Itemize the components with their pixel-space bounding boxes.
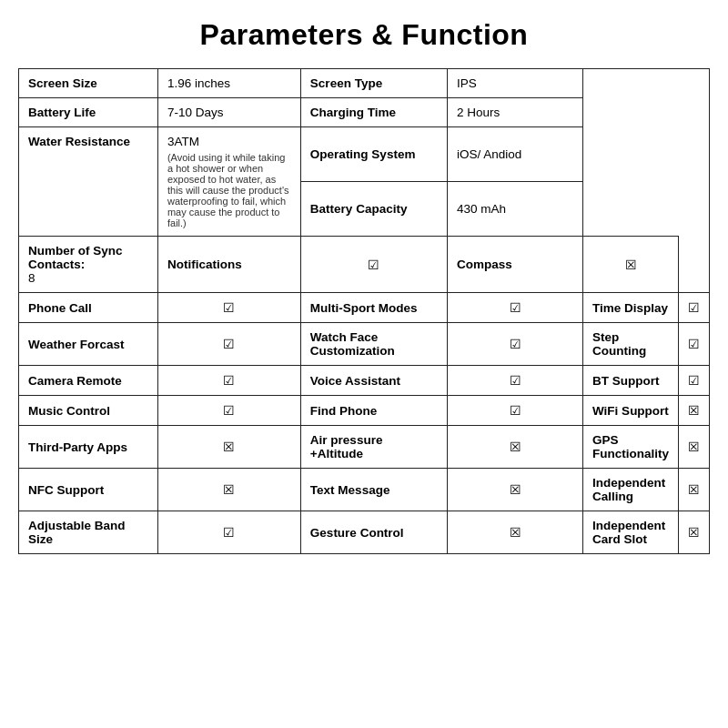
- battery-capacity-value: 430 mAh: [448, 182, 583, 237]
- watch-face-check: ☑: [448, 323, 583, 366]
- wifi-support-check: ☒: [679, 396, 710, 426]
- find-phone-label: Find Phone: [300, 396, 447, 426]
- operating-system-value: iOS/ Andiod: [448, 127, 583, 182]
- watch-face-label: Watch Face Customization: [300, 323, 447, 366]
- wifi-support-label: WiFi Support: [583, 396, 679, 426]
- text-message-check: ☒: [448, 469, 583, 511]
- text-message-label: Text Message: [300, 469, 447, 511]
- weather-check: ☑: [157, 323, 300, 366]
- bt-support-label: BT Support: [583, 366, 679, 396]
- battery-life-label: Battery Life: [19, 98, 158, 127]
- air-pressure-check: ☒: [448, 426, 583, 469]
- compass-check: ☒: [583, 237, 679, 293]
- screen-size-label: Screen Size: [19, 69, 158, 98]
- voice-assistant-label: Voice Assistant: [300, 366, 447, 396]
- water-resistance-value: 3ATM (Avoid using it while taking a hot …: [157, 127, 300, 237]
- page-title: Parameters & Function: [18, 18, 710, 52]
- air-pressure-label: Air pressure +Altitude: [300, 426, 447, 469]
- gesture-control-check: ☒: [448, 511, 583, 554]
- multi-sport-label: Multi-Sport Modes: [300, 293, 447, 323]
- battery-capacity-label: Battery Capacity: [300, 182, 447, 237]
- nfc-check: ☒: [157, 469, 300, 511]
- sync-contacts-cell: Number of Sync Contacts: 8: [19, 237, 158, 293]
- independent-card-label: Independent Card Slot: [583, 511, 679, 554]
- charging-time-value: 2 Hours: [448, 98, 583, 127]
- independent-card-check: ☒: [679, 511, 710, 554]
- third-party-check: ☒: [157, 426, 300, 469]
- phone-call-check: ☑: [157, 293, 300, 323]
- battery-life-value: 7-10 Days: [157, 98, 300, 127]
- third-party-label: Third-Party Apps: [19, 426, 158, 469]
- gps-check: ☒: [679, 426, 710, 469]
- find-phone-check: ☑: [448, 396, 583, 426]
- multi-sport-check: ☑: [448, 293, 583, 323]
- voice-assistant-check: ☑: [448, 366, 583, 396]
- independent-calling-label: Independent Calling: [583, 469, 679, 511]
- time-display-label: Time Display: [583, 293, 679, 323]
- step-counting-label: Step Counting: [583, 323, 679, 366]
- screen-type-label: Screen Type: [300, 69, 447, 98]
- adjustable-band-label: Adjustable Band Size: [19, 511, 158, 554]
- water-resistance-label: Water Resistance: [19, 127, 158, 237]
- gps-label: GPS Functionality: [583, 426, 679, 469]
- adjustable-band-check: ☑: [157, 511, 300, 554]
- weather-label: Weather Forcast: [19, 323, 158, 366]
- charging-time-label: Charging Time: [300, 98, 447, 127]
- screen-size-value: 1.96 inches: [157, 69, 300, 98]
- compass-label: Compass: [448, 237, 583, 293]
- screen-type-value: IPS: [448, 69, 583, 98]
- bt-support-check: ☑: [679, 366, 710, 396]
- operating-system-label: Operating System: [300, 127, 447, 182]
- camera-remote-check: ☑: [157, 366, 300, 396]
- music-control-label: Music Control: [19, 396, 158, 426]
- gesture-control-label: Gesture Control: [300, 511, 447, 554]
- water-note: (Avoid using it while taking a hot showe…: [167, 152, 291, 228]
- independent-calling-check: ☒: [679, 469, 710, 511]
- notifications-label: Notifications: [157, 237, 300, 293]
- phone-call-label: Phone Call: [19, 293, 158, 323]
- nfc-label: NFC Support: [19, 469, 158, 511]
- music-control-check: ☑: [157, 396, 300, 426]
- time-display-check: ☑: [679, 293, 710, 323]
- notifications-check: ☑: [300, 237, 447, 293]
- camera-remote-label: Camera Remote: [19, 366, 158, 396]
- step-counting-check: ☑: [679, 323, 710, 366]
